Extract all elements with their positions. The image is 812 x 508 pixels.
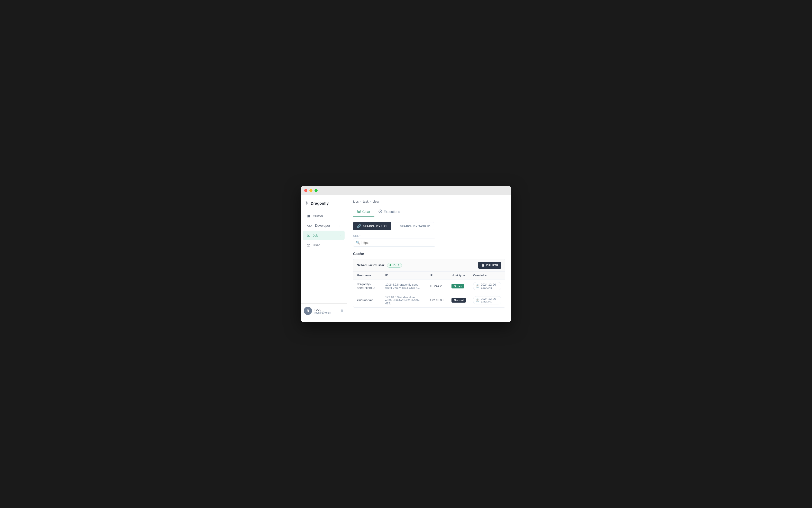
cache-section-title: Cache: [353, 252, 505, 256]
cell-id: 10.244.2.8-dragonfly-seed-client-0-63746…: [381, 280, 426, 293]
cell-host-type: Normal: [448, 293, 469, 308]
scheduler-cluster-label: Scheduler Cluster: [357, 263, 385, 267]
sidebar-item-job[interactable]: ☑ Job ›: [303, 230, 345, 240]
breadcrumb-jobs[interactable]: jobs: [353, 200, 359, 203]
sidebar-item-cluster[interactable]: ⊞ Cluster: [303, 211, 345, 221]
code-icon: </>: [307, 223, 312, 228]
search-by-task-id-button[interactable]: ☰ SEARCH BY TASK ID: [391, 222, 434, 230]
user-switcher-icon[interactable]: ⇅: [341, 309, 344, 313]
url-input[interactable]: [362, 241, 433, 245]
table-header-row: Hostname ID IP Host type Created at: [353, 271, 505, 280]
created-at-badge: 🕐 2024-12-26 12:00:41: [473, 282, 501, 290]
cache-table: Hostname ID IP Host type Created at drag…: [353, 271, 505, 307]
breadcrumb: jobs • task • clear: [353, 200, 505, 203]
executions-tab-icon: [378, 210, 382, 214]
created-at-badge: 🕐 2024-12-26 12:00:40: [473, 296, 501, 304]
status-dot: [390, 264, 391, 266]
breadcrumb-clear[interactable]: clear: [373, 200, 379, 203]
id-badge: ID : 1: [387, 263, 402, 268]
cell-host-type: Super: [448, 280, 469, 293]
list-icon: ☰: [395, 224, 398, 228]
col-created-at: Created at: [469, 271, 505, 280]
host-type-badge: Normal: [451, 298, 466, 303]
col-hostname: Hostname: [353, 271, 381, 280]
cell-hostname: kind-worker: [353, 293, 381, 308]
sidebar-item-label: User: [313, 243, 320, 247]
search-by-task-id-label: SEARCH BY TASK ID: [400, 225, 431, 228]
table-row: kind-worker 172.18.0.3-kind-worker-eb39c…: [353, 293, 505, 308]
search-buttons: 🔗 SEARCH BY URL ☰ SEARCH BY TASK ID: [353, 222, 505, 230]
col-ip: IP: [426, 271, 448, 280]
logo-text: Dragonfly: [311, 201, 329, 205]
col-host-type: Host type: [448, 271, 469, 280]
logo-icon: ✳: [305, 200, 309, 206]
cell-ip: 172.18.0.3: [426, 293, 448, 308]
close-button[interactable]: [304, 189, 307, 192]
chevron-right-icon: ›: [340, 224, 341, 227]
clock-icon: 🕐: [476, 284, 480, 288]
clear-tab-icon: [357, 210, 361, 214]
sidebar-item-label: Cluster: [313, 214, 323, 218]
tabs: Clear Executions: [353, 208, 505, 217]
cell-hostname: dragonfly-seed-client-0: [353, 280, 381, 293]
maximize-button[interactable]: [315, 189, 318, 192]
search-by-url-button[interactable]: 🔗 SEARCH BY URL: [353, 222, 391, 230]
url-label: URL *: [353, 234, 505, 237]
cell-created-at: 🕐 2024-12-26 12:00:41: [469, 280, 505, 293]
sidebar: ✳ Dragonfly ⊞ Cluster </> Developer › ☑ …: [301, 195, 347, 322]
tab-clear-label: Clear: [362, 210, 370, 214]
host-type-badge: Super: [451, 284, 464, 289]
avatar-text: R: [307, 309, 309, 312]
main-content: jobs • task • clear Clear: [347, 195, 511, 322]
search-icon: 🔍: [356, 241, 360, 245]
svg-marker-3: [380, 211, 381, 212]
footer-user-info: root root@d7y.com: [315, 308, 338, 314]
sidebar-logo: ✳ Dragonfly: [301, 199, 347, 211]
id-badge-text: ID : 1: [393, 264, 399, 267]
delete-button[interactable]: 🗑 DELETE: [478, 262, 501, 269]
sidebar-footer: R root root@d7y.com ⇅: [301, 303, 347, 318]
breadcrumb-sep-2: •: [370, 200, 371, 203]
url-input-wrap: 🔍: [353, 239, 435, 247]
titlebar: [301, 186, 511, 195]
cluster-icon: ⊞: [307, 214, 310, 218]
footer-username: root: [315, 308, 338, 311]
cache-header: Scheduler Cluster ID : 1 🗑 DELETE: [353, 259, 505, 271]
chevron-right-icon: ›: [340, 234, 341, 237]
app-window: ✳ Dragonfly ⊞ Cluster </> Developer › ☑ …: [301, 186, 511, 322]
cell-ip: 10.244.2.8: [426, 280, 448, 293]
minimize-button[interactable]: [309, 189, 312, 192]
sidebar-item-label: Job: [313, 234, 318, 237]
avatar: R: [304, 307, 312, 315]
sidebar-item-developer[interactable]: </> Developer ›: [303, 221, 345, 230]
cache-box: Scheduler Cluster ID : 1 🗑 DELETE: [353, 259, 505, 308]
search-by-url-label: SEARCH BY URL: [363, 225, 388, 228]
app-body: ✳ Dragonfly ⊞ Cluster </> Developer › ☑ …: [301, 195, 511, 322]
clock-icon: 🕐: [476, 298, 480, 302]
url-field: URL * 🔍: [353, 234, 505, 247]
cell-id: 172.18.0.3-kind-worker-eb39cdd6-1a81-471…: [381, 293, 426, 308]
tab-clear[interactable]: Clear: [353, 208, 374, 217]
cache-header-left: Scheduler Cluster ID : 1: [357, 263, 402, 268]
sidebar-item-label: Developer: [315, 224, 330, 227]
col-id: ID: [381, 271, 426, 280]
job-icon: ☑: [307, 233, 310, 238]
cell-created-at: 🕐 2024-12-26 12:00:40: [469, 293, 505, 308]
user-icon: ◎: [307, 243, 310, 247]
link-icon: 🔗: [357, 224, 361, 228]
tab-executions[interactable]: Executions: [374, 208, 404, 217]
sidebar-item-user[interactable]: ◎ User: [303, 240, 345, 250]
delete-label: DELETE: [487, 264, 498, 267]
tab-executions-label: Executions: [384, 210, 400, 214]
footer-email: root@d7y.com: [315, 311, 338, 314]
trash-icon: 🗑: [481, 263, 485, 267]
table-row: dragonfly-seed-client-0 10.244.2.8-drago…: [353, 280, 505, 293]
breadcrumb-sep-1: •: [360, 200, 361, 203]
breadcrumb-task[interactable]: task: [363, 200, 368, 203]
